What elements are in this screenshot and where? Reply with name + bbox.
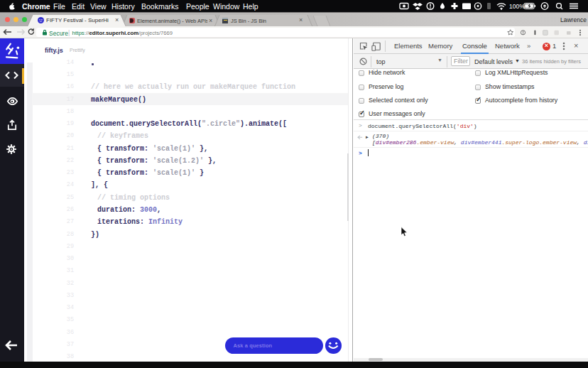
svg-text:100%: 100%: [509, 3, 525, 10]
